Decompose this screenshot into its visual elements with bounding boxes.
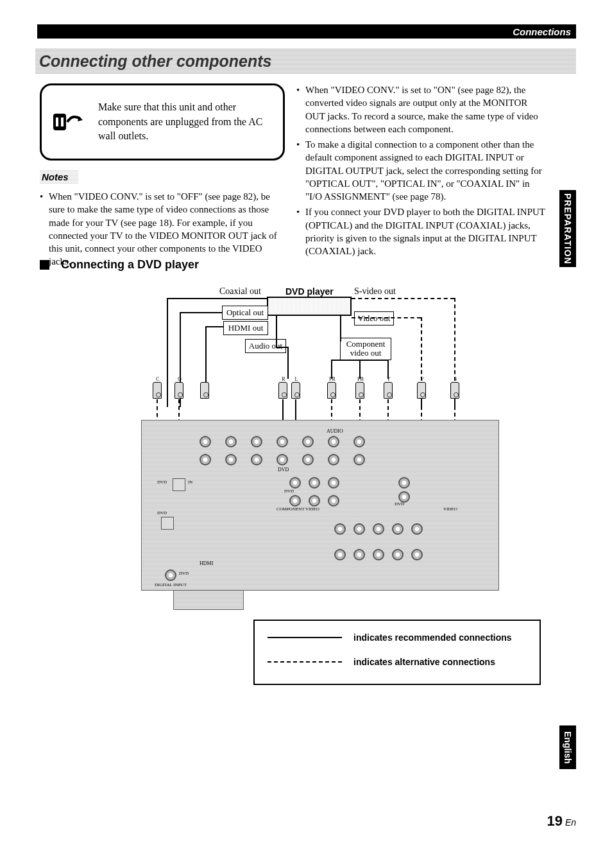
connector-y: Y (384, 382, 393, 399)
panel-dvd-label: DVD (278, 467, 289, 473)
subsection-heading: Connecting a DVD player (40, 258, 199, 272)
page-title: Connecting other components (39, 52, 272, 71)
side-tab-language: English (559, 725, 576, 769)
connector-hdmi (200, 382, 209, 399)
solid-line-icon (268, 637, 342, 638)
label-svideo-out: S-video out (354, 286, 396, 297)
panel-dvd-label-3: DVD (395, 501, 404, 507)
panel-dvd-label-2: DVD (284, 489, 294, 494)
dvd-player-box (267, 297, 352, 316)
coaxial-jack (161, 517, 174, 530)
connector-pr: PR (327, 382, 336, 399)
legend-row-dashed: indicates alternative connections (268, 657, 527, 667)
label-optical-out: Optical out (222, 306, 268, 320)
header-bar: Connections (37, 24, 576, 39)
panel-component-label: COMPONENT VIDEO (276, 507, 319, 512)
page-title-bar: Connecting other components (35, 48, 576, 74)
note-text: If you connect your DVD player to both t… (305, 205, 548, 257)
label-component-out: Component video out (340, 338, 391, 360)
note-item: • To make a digital connection to a comp… (296, 138, 548, 203)
square-bullet-icon (40, 260, 49, 270)
connector-l: L (291, 382, 300, 399)
notes-right-column: • When "VIDEO CONV." is set to "ON" (see… (296, 83, 548, 260)
connection-diagram: Coaxial out DVD player S-video out Optic… (141, 282, 500, 616)
warning-text: Make sure that this unit and other compo… (98, 100, 273, 143)
dashed-line-icon (268, 661, 342, 663)
side-tab-preparation: PREPARATION (559, 190, 576, 267)
panel-video-label: VIDEO (443, 507, 457, 512)
warning-box: Make sure that this unit and other compo… (40, 83, 285, 161)
svg-rect-1 (56, 117, 58, 126)
connector-s: S (450, 382, 459, 399)
page-number: 19 En (547, 813, 577, 829)
note-text: When "VIDEO CONV." is set to "ON" (see p… (305, 83, 548, 135)
note-item: • When "VIDEO CONV." is set to "OFF" (se… (40, 190, 285, 268)
panel-extension (173, 591, 244, 610)
legend-box: indicates recommended connections indica… (253, 620, 541, 685)
label-coaxial-out: Coaxial out (219, 286, 261, 297)
legend-row-solid: indicates recommended connections (268, 632, 527, 643)
unplug-icon (52, 107, 84, 137)
connector-o: O (174, 382, 183, 399)
label-audio-out: Audio out (245, 339, 286, 353)
svg-rect-2 (61, 117, 64, 126)
legend-solid-text: indicates recommended connections (353, 632, 512, 643)
note-text: When "VIDEO CONV." is set to "OFF" (see … (49, 190, 285, 268)
notes-heading: Notes (40, 170, 78, 184)
note-item: • When "VIDEO CONV." is set to "ON" (see… (296, 83, 548, 135)
panel-audio-label: AUDIO (327, 428, 343, 434)
connector-r: R (278, 382, 287, 399)
connector-pb: PB (355, 382, 364, 399)
receiver-rear-panel: AUDIO DVD DVD DVD COMPONENT VIDEO VIDEO (141, 420, 499, 591)
connector-v: V (417, 382, 426, 399)
label-dvd-player: DVD player (285, 286, 334, 297)
subsection-title: Connecting a DVD player (61, 258, 199, 272)
label-hdmi-out: HDMI out (223, 321, 268, 335)
optical-jack (173, 478, 185, 491)
svg-rect-0 (53, 114, 66, 130)
label-video-out: Video out (354, 311, 394, 326)
note-text: To make a digital connection to a compon… (305, 138, 548, 203)
panel-digital-input-label: DIGITAL INPUT (155, 582, 187, 587)
legend-dashed-text: indicates alternative connections (353, 657, 495, 667)
header-section-label: Connections (513, 26, 571, 37)
note-item: • If you connect your DVD player to both… (296, 205, 548, 257)
panel-hdmi-label: HDMI (200, 560, 213, 566)
connector-c: C (153, 382, 162, 399)
